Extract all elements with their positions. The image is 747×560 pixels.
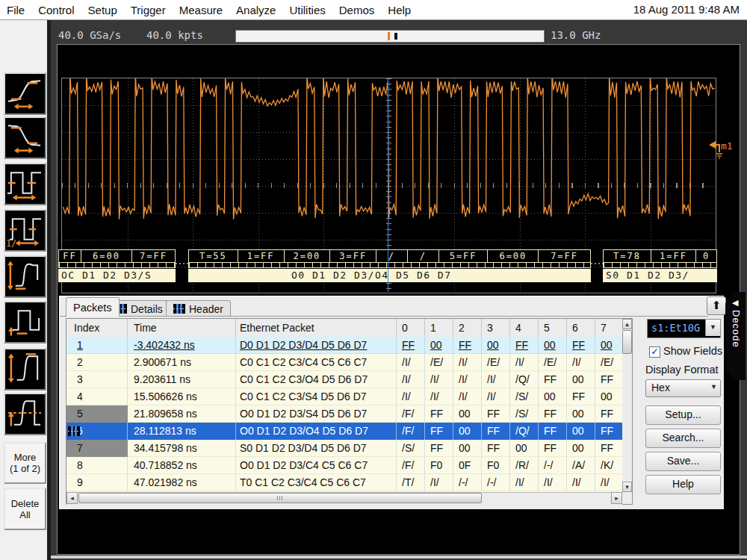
byte-cell[interactable]: /I/ bbox=[482, 371, 510, 388]
time-cell[interactable]: -3.402432 ns bbox=[128, 337, 236, 354]
menu-utilities[interactable]: Utilities bbox=[282, 1, 332, 19]
table-row-7[interactable]: 734.415798 nsS0 D1 D2 D3/D4 D5 D6 D7/S/F… bbox=[66, 440, 632, 457]
byte-cell[interactable]: 00 bbox=[510, 440, 539, 457]
byte-cell[interactable]: /I/ bbox=[425, 388, 453, 405]
col-header-3[interactable]: 3 bbox=[482, 319, 510, 337]
byte-cell[interactable]: /S/ bbox=[397, 440, 425, 457]
packet-cell[interactable]: D0 D1 D2 D3/D4 D5 D6 D7 bbox=[236, 337, 397, 354]
byte-cell[interactable]: /I/ bbox=[397, 371, 425, 388]
time-cell[interactable]: 21.809658 ns bbox=[128, 405, 236, 423]
table-row-5[interactable]: 521.809658 nsO0 D1 D2 D3/S4 D5 D6 D7/F/F… bbox=[66, 405, 632, 423]
frequency-button[interactable]: 1/ bbox=[4, 209, 46, 252]
byte-cell[interactable]: 00 bbox=[595, 388, 624, 405]
time-cell[interactable]: 15.506626 ns bbox=[128, 388, 236, 405]
index-cell[interactable]: 1 bbox=[66, 337, 128, 354]
byte-cell[interactable]: /I/ bbox=[425, 371, 453, 388]
packet-cell[interactable]: C0 C1 C2 C3/S4 D5 D6 D7 bbox=[236, 388, 397, 405]
byte-cell[interactable]: 00 bbox=[425, 337, 453, 354]
byte-cell[interactable]: FF bbox=[397, 337, 425, 354]
timebase-position-bar[interactable] bbox=[235, 30, 545, 43]
table-row-4[interactable]: 415.506626 nsC0 C1 C2 C3/S4 D5 D6 D7/I//… bbox=[66, 388, 632, 405]
byte-cell[interactable]: /S/ bbox=[510, 388, 539, 405]
byte-cell[interactable]: /E/ bbox=[539, 354, 567, 371]
byte-cell[interactable]: /-/ bbox=[539, 457, 567, 474]
time-cursor[interactable] bbox=[388, 78, 388, 292]
delete-all-button[interactable]: Delete All bbox=[4, 488, 46, 530]
byte-cell[interactable]: /I/ bbox=[453, 388, 482, 405]
v-scroll-thumb[interactable] bbox=[622, 330, 632, 354]
index-cell[interactable]: 2 bbox=[66, 354, 128, 371]
byte-cell[interactable]: 00 bbox=[453, 440, 482, 457]
menu-trigger[interactable]: Trigger bbox=[124, 1, 173, 19]
byte-cell[interactable]: /E/ bbox=[482, 354, 510, 371]
byte-cell[interactable]: FF bbox=[539, 440, 567, 457]
packet-cell[interactable]: C0 C1 C2 C3/C4 C5 C6 C7 bbox=[236, 354, 397, 371]
tab-header[interactable]: Header bbox=[166, 300, 231, 317]
minimize-panel-button[interactable]: ⬆ bbox=[707, 296, 726, 315]
byte-cell[interactable]: F0 bbox=[482, 457, 510, 474]
byte-cell[interactable]: 00 bbox=[595, 337, 624, 354]
col-header-4[interactable]: 4 bbox=[510, 319, 539, 337]
byte-cell[interactable]: /I/ bbox=[397, 388, 425, 405]
col-header-index[interactable]: Index bbox=[66, 319, 128, 337]
byte-cell[interactable]: /I/ bbox=[595, 474, 624, 491]
col-header-2[interactable]: 2 bbox=[453, 319, 482, 337]
col-header-0[interactable]: 0 bbox=[397, 319, 425, 337]
packet-cell[interactable]: O0 D1 D2 D3/O4 D5 D6 D7 bbox=[236, 423, 397, 440]
table-row-6[interactable]: 628.112813 nsO0 D1 D2 D3/O4 D5 D6 D7/F/F… bbox=[66, 423, 632, 440]
byte-cell[interactable]: FF bbox=[425, 440, 453, 457]
byte-cell[interactable]: /-/ bbox=[482, 474, 510, 491]
byte-cell[interactable]: /I/ bbox=[397, 354, 425, 371]
byte-cell[interactable]: /I/ bbox=[567, 354, 595, 371]
save-button[interactable]: Save... bbox=[645, 452, 721, 471]
time-cell[interactable]: 34.415798 ns bbox=[128, 440, 236, 457]
byte-cell[interactable]: /I/ bbox=[453, 354, 482, 371]
byte-cell[interactable]: /I/ bbox=[510, 354, 539, 371]
index-cell[interactable]: 5 bbox=[66, 405, 128, 423]
col-header-5[interactable]: 5 bbox=[539, 319, 567, 337]
col-header-7[interactable]: 7 bbox=[595, 319, 624, 337]
byte-cell[interactable]: FF bbox=[453, 337, 482, 354]
byte-cell[interactable]: /F/ bbox=[397, 405, 425, 423]
byte-cell[interactable]: /Q/ bbox=[510, 423, 539, 440]
col-header-1[interactable]: 1 bbox=[425, 319, 453, 337]
col-header-ethernet-packet[interactable]: Ethernet Packet bbox=[236, 319, 397, 337]
byte-cell[interactable]: /R/ bbox=[510, 457, 539, 474]
help-button[interactable]: Help bbox=[645, 475, 721, 494]
byte-cell[interactable]: 0F bbox=[453, 457, 482, 474]
index-cell[interactable]: 9 bbox=[66, 474, 128, 491]
index-cell[interactable]: 4 bbox=[66, 388, 128, 405]
byte-cell[interactable]: /A/ bbox=[567, 457, 595, 474]
byte-cell[interactable]: /F/ bbox=[397, 457, 425, 474]
decode-side-tab[interactable]: ◀ Decode bbox=[725, 292, 746, 380]
byte-cell[interactable]: /I/ bbox=[482, 388, 510, 405]
table-row-8[interactable]: 840.718852 nsO0 D1 D2 D3/C4 C5 C6 C7/F/F… bbox=[66, 457, 632, 474]
scroll-up-button[interactable]: ▴ bbox=[622, 319, 632, 329]
index-cell[interactable]: 7 bbox=[66, 440, 128, 457]
index-cell[interactable]: 3 bbox=[66, 371, 128, 388]
byte-cell[interactable]: 00 bbox=[567, 371, 595, 388]
position-marker[interactable] bbox=[394, 33, 397, 40]
time-cell[interactable]: 2.900671 ns bbox=[128, 354, 236, 371]
search-button[interactable]: Search... bbox=[645, 429, 721, 448]
table-row-9[interactable]: 947.021982 nsT0 C1 C2 C3/C4 C5 C6 C7/T//… bbox=[66, 474, 632, 491]
packet-cell[interactable]: S0 D1 D2 D3/D4 D5 D6 D7 bbox=[236, 440, 397, 457]
byte-cell[interactable]: FF bbox=[425, 405, 453, 423]
byte-cell[interactable]: FF bbox=[482, 405, 510, 423]
byte-cell[interactable]: FF bbox=[510, 337, 539, 354]
marker-m1[interactable]: m1 bbox=[708, 139, 738, 164]
menu-setup[interactable]: Setup bbox=[81, 1, 124, 19]
byte-cell[interactable]: FF bbox=[539, 405, 567, 423]
table-row-3[interactable]: 39.203611 nsC0 C1 C2 C3/O4 D5 D6 D7/I//I… bbox=[66, 371, 632, 388]
byte-cell[interactable]: 00 bbox=[482, 337, 510, 354]
byte-cell[interactable]: FF bbox=[567, 388, 595, 405]
byte-cell[interactable]: /I/ bbox=[510, 474, 539, 491]
packet-cell[interactable]: O0 D1 D2 D3/S4 D5 D6 D7 bbox=[236, 405, 397, 423]
byte-cell[interactable]: 00 bbox=[567, 440, 595, 457]
byte-cell[interactable]: /F/ bbox=[397, 423, 425, 440]
display-format-dropdown[interactable]: Hex ▼ bbox=[645, 379, 721, 397]
scroll-left-button[interactable]: ◂ bbox=[66, 492, 78, 504]
table-row-2[interactable]: 22.900671 nsC0 C1 C2 C3/C4 C5 C6 C7/I//E… bbox=[66, 354, 632, 371]
byte-cell[interactable]: 00 bbox=[567, 423, 595, 440]
amplitude-button[interactable] bbox=[4, 348, 46, 391]
